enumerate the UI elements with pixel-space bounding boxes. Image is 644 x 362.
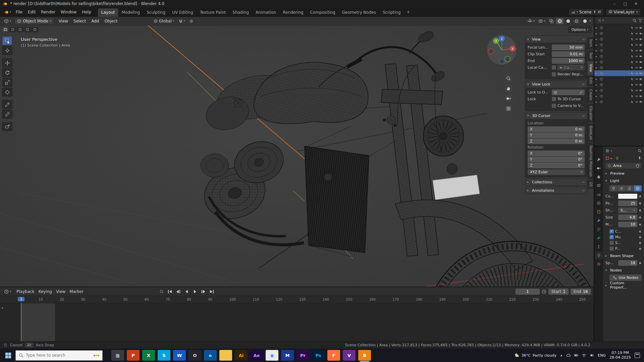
viewport-menu-item[interactable]: View [56, 17, 71, 25]
pin-icon[interactable] [638, 156, 642, 160]
sidebar-tab[interactable]: Realtime Materials [587, 143, 594, 179]
taskbar-app[interactable]: B [358, 350, 371, 361]
expand-arrow-icon[interactable]: ▸ [596, 49, 599, 52]
use-nodes-button[interactable]: Use Nodes [609, 275, 642, 281]
show-gizmo-button[interactable]: ▾ [526, 18, 536, 24]
cursor-location-field[interactable]: X0 m [528, 126, 585, 132]
viewport-menu-item[interactable]: Select [71, 17, 89, 25]
focal-length-field[interactable]: 50 mm [552, 45, 585, 50]
restrict-render-camera-icon[interactable] [639, 26, 643, 29]
taskbar-app[interactable]: Ps [312, 350, 325, 361]
properties-icon[interactable] [605, 149, 609, 153]
taskbar-app[interactable]: F [327, 350, 340, 361]
timeline-menu-item[interactable]: Marker [67, 288, 85, 295]
sidebar-tab[interactable]: Edit [587, 75, 594, 86]
add-workspace-button[interactable]: + [404, 8, 413, 16]
select-mode-extend-button[interactable] [9, 27, 16, 32]
animate-dot-icon[interactable]: ● [639, 209, 642, 212]
menu-item[interactable]: File [13, 8, 25, 16]
tab-object[interactable] [595, 208, 603, 216]
drag-grip-icon[interactable]: ≡ [582, 38, 585, 41]
measure-tool[interactable] [2, 110, 12, 119]
local-camera-checkbox[interactable] [552, 65, 556, 70]
workspace-tab[interactable]: Modeling [118, 8, 144, 17]
restrict-select-icon[interactable] [631, 26, 634, 29]
restrict-render-camera-icon[interactable] [639, 100, 643, 104]
hide-eye-icon[interactable] [635, 89, 638, 92]
outliner-row[interactable]: ▸ [594, 87, 644, 93]
taskbar-app[interactable]: Ae [250, 350, 263, 361]
viewport-menu-item[interactable]: Add [89, 17, 102, 25]
taskbar-app[interactable]: S [158, 350, 170, 361]
zoom-icon[interactable] [504, 74, 513, 82]
start-button[interactable] [1, 349, 15, 362]
maximize-button[interactable]: □ [620, 2, 631, 6]
outliner-row[interactable]: ▸ [594, 31, 644, 36]
proportional-editing-toggle[interactable]: ◎ [189, 18, 195, 24]
timeline-menu-item[interactable]: Playback [14, 288, 37, 295]
restrict-render-camera-icon[interactable] [639, 89, 643, 92]
outliner-editor-type-button[interactable]: ▾ [596, 18, 605, 23]
battery-icon[interactable] [574, 353, 579, 358]
filter-icon[interactable] [638, 18, 642, 22]
remove-viewlayer-icon[interactable]: ✕ [636, 10, 638, 14]
sidebar-tab[interactable]: Tool [587, 50, 594, 61]
mode-selector[interactable]: Object Mode ▾ [14, 18, 54, 24]
hide-eye-icon[interactable] [635, 95, 638, 98]
animate-dot-icon[interactable]: ● [639, 247, 642, 250]
workspace-tab[interactable]: Animation [252, 8, 279, 17]
tab-output[interactable] [595, 173, 603, 181]
taskbar-app[interactable]: ◉ [266, 350, 278, 361]
render-region-checkbox[interactable] [552, 72, 556, 76]
restrict-render-camera-icon[interactable] [639, 77, 643, 81]
viewport-menu-item[interactable]: Object [102, 17, 120, 25]
restrict-select-icon[interactable] [631, 32, 634, 35]
expand-arrow-icon[interactable]: ▸ [596, 43, 599, 47]
blender-menu-button[interactable]: ▾ [2, 10, 13, 14]
camera-view-icon[interactable] [504, 95, 513, 103]
ortho-grid-icon[interactable] [504, 105, 513, 113]
workspace-tab[interactable]: Rendering [279, 8, 307, 17]
drag-grip-icon[interactable]: ≡ [582, 180, 585, 184]
taskbar-app[interactable]: W [173, 350, 186, 361]
outliner-row[interactable]: ▸ [594, 42, 644, 48]
jump-to-start-button[interactable] [166, 289, 174, 295]
taskbar-app[interactable]: O [189, 350, 201, 361]
hide-eye-icon[interactable] [635, 38, 638, 41]
expand-arrow-icon[interactable]: ▸ [596, 38, 599, 41]
light-section-header[interactable]: ▾ Light [605, 178, 642, 184]
taskbar-app[interactable]: Ai [235, 350, 248, 361]
rotation-mode-dropdown[interactable]: XYZ Euler ▾ [528, 169, 585, 175]
workspace-tab[interactable]: Layout [98, 8, 118, 17]
sidebar-tab[interactable]: Create [587, 87, 594, 103]
show-overlays-button[interactable]: ▾ [537, 18, 547, 24]
animate-dot-icon[interactable]: ● [639, 261, 642, 264]
search-icon[interactable] [638, 149, 642, 153]
taskbar-app[interactable]: X [142, 350, 155, 361]
eyedropper-icon[interactable] [579, 91, 583, 94]
taskbar-app[interactable]: V [343, 350, 356, 361]
timeline-ruler[interactable]: 1102030405060708090100110120130140150160… [0, 296, 594, 303]
sidebar-tab[interactable]: DS [587, 180, 594, 189]
tab-render[interactable] [595, 165, 603, 172]
pan-hand-icon[interactable] [504, 84, 513, 93]
hide-eye-icon[interactable] [635, 66, 638, 69]
channel-expand-icon[interactable]: ▸ [2, 306, 4, 309]
hide-eye-icon[interactable] [635, 72, 638, 75]
data-name-field[interactable]: Area [605, 163, 642, 169]
animate-dot-icon[interactable]: ● [639, 216, 642, 219]
restrict-render-camera-icon[interactable] [639, 32, 643, 35]
onedrive-cloud-icon[interactable] [566, 353, 571, 358]
workspace-tab[interactable]: Shading [229, 8, 252, 17]
tab-tool[interactable] [595, 156, 603, 163]
tab-material[interactable] [595, 260, 603, 268]
play-button[interactable] [192, 289, 199, 295]
tab-view-layer[interactable] [595, 182, 603, 189]
restrict-select-icon[interactable] [631, 49, 634, 52]
outliner-row[interactable]: ▸ [594, 25, 644, 31]
transform-tool[interactable] [2, 87, 12, 97]
camera-to-view-checkbox[interactable] [552, 104, 556, 108]
expand-arrow-icon[interactable]: ▸ [596, 26, 599, 29]
new-scene-icon[interactable] [598, 10, 601, 14]
sidebar-tab[interactable]: View [587, 62, 594, 74]
